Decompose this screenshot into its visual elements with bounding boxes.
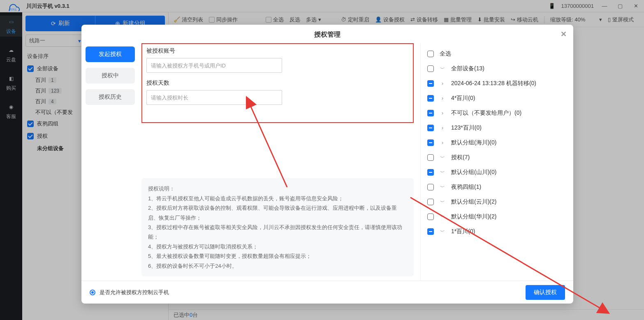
days-label: 授权天数 (146, 79, 409, 87)
confirm-auth-button[interactable]: 确认授权 (526, 285, 565, 300)
device-group-row[interactable]: ﹀默认分组(山川)(0) (426, 165, 568, 180)
chevron-down-icon: ﹀ (440, 228, 445, 235)
checkbox[interactable] (427, 228, 434, 235)
device-group-label: 默认分组(海川)(0) (451, 139, 496, 146)
chevron-right-icon: › (440, 81, 445, 86)
chevron-right-icon: › (440, 110, 445, 116)
device-group-label: 夜鸦四组(1) (451, 183, 481, 191)
modal-tabs: 发起授权 授权中 授权历史 (81, 43, 139, 281)
device-group-label: 默认分组(华川)(2) (451, 213, 496, 220)
days-input[interactable] (146, 90, 282, 105)
chevron-right-icon: › (440, 140, 445, 146)
modal-title: 授权管理 (314, 31, 341, 38)
checkbox[interactable] (427, 184, 434, 190)
info-line: 5、最大被授权设备数量可能随时变更，授权数量超限会有相应提示； (148, 251, 407, 261)
chevron-down-icon: ﹀ (440, 65, 445, 72)
info-line: 4、授权方与被授权方可以随时取消授权关系； (148, 242, 407, 251)
info-line: 3、授权过程中存在账号被盗取等相关安全风险，川川云不承担因授权发生的任何安全责任… (148, 223, 407, 242)
tab-start-auth[interactable]: 发起授权 (86, 46, 135, 62)
account-input[interactable] (146, 58, 282, 73)
device-group-label: 默认分组(山川)(0) (451, 169, 496, 176)
checkbox[interactable] (427, 65, 434, 72)
checkbox[interactable] (427, 51, 434, 57)
chevron-down-icon: ﹀ (440, 154, 445, 161)
device-group-row[interactable]: ﹀夜鸦四组(1) (426, 180, 568, 195)
highlight-box: 被授权账号 授权天数 (141, 43, 414, 123)
info-line: 1、将云手机授权至他人可能会造成云手机数据的丢失，账号盗用等信息安全风险； (148, 194, 407, 203)
checkbox[interactable] (427, 139, 434, 146)
allow-control-radio[interactable] (90, 290, 95, 295)
device-group-label: 默认分组(云川)(2) (451, 198, 496, 206)
checkbox[interactable] (427, 125, 434, 131)
chevron-right-icon: › (440, 125, 445, 131)
chevron-down-icon: ﹀ (440, 213, 445, 220)
account-label: 被授权账号 (146, 47, 409, 55)
select-all-label: 全选 (440, 50, 451, 58)
device-group-row[interactable]: ﹀授权(7) (426, 150, 568, 165)
device-group-row[interactable]: ›默认分组(海川)(0) (426, 135, 568, 150)
chevron-down-icon: ﹀ (440, 169, 445, 176)
device-group-label: 2024-06-24 13:13:28 机器转移(0) (451, 80, 536, 87)
info-title: 授权说明： (148, 184, 407, 193)
device-group-row[interactable]: ›123*百川(0) (426, 121, 568, 135)
device-group-label: 全部设备(13) (451, 65, 484, 72)
auth-modal: 授权管理 ✕ 发起授权 授权中 授权历史 被授权账号 授权天数 授权说明： 1、… (81, 25, 573, 304)
modal-form-area: 被授权账号 授权天数 授权说明： 1、将云手机授权至他人可能会造成云手机数据的丢… (139, 43, 420, 281)
device-group-row[interactable]: ﹀全部设备(13) (426, 61, 568, 76)
device-group-label: 授权(7) (451, 154, 470, 161)
device-group-label: 不可以（不要发给用户）(0) (451, 109, 521, 117)
device-group-row[interactable]: ›不可以（不要发给用户）(0) (426, 106, 568, 121)
device-group-label: 123*百川(0) (451, 124, 482, 132)
checkbox[interactable] (427, 213, 434, 220)
device-group-row[interactable]: ﹀默认分组(华川)(2) (426, 209, 568, 224)
device-group-row[interactable]: ﹀默认分组(云川)(2) (426, 195, 568, 209)
device-group-row[interactable]: ﹀1*百川(0) (426, 224, 568, 239)
info-line: 2、授权后对方将获取该设备的控制、观看权限、可能会导致设备在运行游戏、应用进程中… (148, 203, 407, 223)
select-all-row[interactable]: 全选 (426, 46, 568, 61)
device-group-label: 1*百川(0) (451, 228, 475, 235)
info-box: 授权说明： 1、将云手机授权至他人可能会造成云手机数据的丢失，账号盗用等信息安全… (141, 178, 414, 276)
device-group-row[interactable]: ›2024-06-24 13:13:28 机器转移(0) (426, 76, 568, 91)
chevron-down-icon: ﹀ (440, 199, 445, 206)
device-group-label: 4*百川(0) (451, 95, 475, 102)
tab-history[interactable]: 授权历史 (86, 89, 135, 105)
tab-in-progress[interactable]: 授权中 (86, 68, 135, 83)
modal-footer: 是否允许被授权方控制云手机 确认授权 (81, 281, 573, 304)
allow-control-label: 是否允许被授权方控制云手机 (100, 289, 169, 296)
modal-title-bar: 授权管理 ✕ (81, 25, 573, 43)
checkbox[interactable] (427, 110, 434, 116)
device-group-row[interactable]: ›4*百川(0) (426, 91, 568, 106)
checkbox[interactable] (427, 199, 434, 205)
checkbox[interactable] (427, 80, 434, 87)
chevron-down-icon: ﹀ (440, 184, 445, 191)
checkbox[interactable] (427, 169, 434, 176)
chevron-right-icon: › (440, 95, 445, 101)
modal-close-button[interactable]: ✕ (561, 30, 567, 39)
checkbox[interactable] (427, 95, 434, 102)
checkbox[interactable] (427, 154, 434, 161)
device-list-panel: 全选 ﹀全部设备(13)›2024-06-24 13:13:28 机器转移(0)… (420, 43, 573, 281)
info-line: 6、授权的设备时长不可小于24小时。 (148, 261, 407, 271)
